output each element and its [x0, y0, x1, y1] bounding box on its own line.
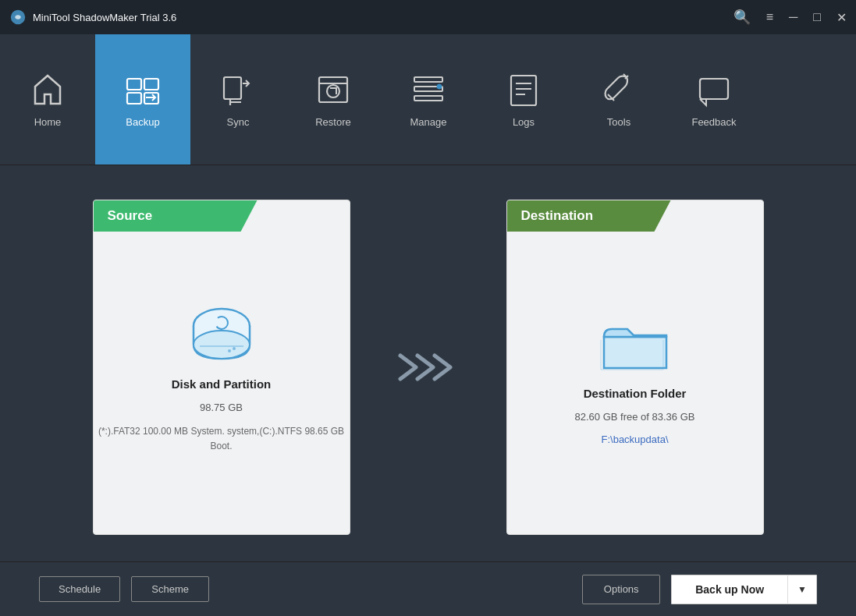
- bottom-left-buttons: Schedule Scheme: [39, 576, 209, 602]
- backup-now-dropdown[interactable]: ▼: [787, 575, 817, 604]
- svg-rect-10: [414, 96, 442, 101]
- app-logo: [9, 9, 27, 26]
- nav-logs[interactable]: Logs: [476, 34, 571, 165]
- svg-rect-12: [511, 76, 536, 105]
- nav-manage-label: Manage: [410, 116, 447, 128]
- backup-now-button[interactable]: Back up Now: [671, 575, 787, 604]
- nav-home-label: Home: [34, 116, 62, 128]
- forward-arrows-icon: [397, 348, 460, 387]
- maximize-button[interactable]: □: [813, 10, 821, 24]
- nav-tools[interactable]: Tools: [571, 34, 666, 165]
- nav-restore-label: Restore: [315, 116, 351, 128]
- nav-backup-label: Backup: [126, 116, 159, 128]
- source-title: Disk and Partition: [172, 377, 272, 391]
- title-bar-left: MiniTool ShadowMaker Trial 3.6: [9, 9, 176, 26]
- bottom-bar: Schedule Scheme Options Back up Now ▼: [0, 561, 856, 616]
- nav-tools-label: Tools: [607, 116, 630, 128]
- nav-sync-label: Sync: [227, 116, 250, 128]
- svg-rect-5: [224, 77, 241, 99]
- manage-icon: [410, 71, 447, 108]
- nav-feedback[interactable]: Feedback: [666, 34, 762, 165]
- menu-button[interactable]: ≡: [766, 10, 773, 24]
- disk-icon: [183, 304, 261, 366]
- destination-path: F:\backupdata\: [602, 434, 669, 445]
- svg-point-18: [194, 331, 250, 359]
- folder-icon: [596, 313, 674, 376]
- arrows: [397, 348, 460, 387]
- dropdown-arrow-icon: ▼: [797, 584, 807, 595]
- source-size: 98.75 GB: [200, 402, 243, 413]
- svg-rect-16: [700, 79, 728, 99]
- scheme-button[interactable]: Scheme: [131, 576, 209, 602]
- nav-restore[interactable]: Restore: [286, 34, 381, 165]
- feedback-icon: [695, 71, 733, 108]
- search-button[interactable]: 🔍: [733, 9, 751, 26]
- sync-icon: [219, 71, 257, 108]
- nav-logs-label: Logs: [513, 116, 535, 128]
- logs-icon: [505, 71, 542, 108]
- destination-header: Destination: [507, 200, 671, 232]
- svg-point-21: [233, 347, 236, 350]
- schedule-button[interactable]: Schedule: [39, 576, 120, 602]
- svg-point-7: [327, 85, 339, 97]
- nav-manage[interactable]: Manage: [381, 34, 476, 165]
- nav-sync[interactable]: Sync: [190, 34, 286, 165]
- source-header: Source: [94, 200, 258, 232]
- home-icon: [29, 71, 66, 108]
- backup-now-wrapper: Back up Now ▼: [671, 575, 817, 604]
- tools-icon: [600, 71, 638, 108]
- svg-rect-8: [414, 77, 442, 82]
- main-content: Source Disk and Partition 98.75 GB (*:).…: [0, 165, 856, 561]
- svg-rect-6: [319, 77, 347, 102]
- bottom-right-buttons: Options Back up Now ▼: [582, 575, 817, 604]
- nav-feedback-label: Feedback: [691, 116, 736, 128]
- svg-rect-2: [144, 79, 158, 90]
- title-bar: MiniTool ShadowMaker Trial 3.6 🔍 ≡ ─ □ ✕: [0, 0, 856, 34]
- destination-free-space: 82.60 GB free of 83.36 GB: [575, 411, 695, 423]
- title-bar-controls: 🔍 ≡ ─ □ ✕: [733, 9, 847, 26]
- restore-icon: [314, 71, 352, 108]
- app-title: MiniTool ShadowMaker Trial 3.6: [33, 12, 176, 23]
- nav-home[interactable]: Home: [0, 34, 95, 165]
- options-button[interactable]: Options: [582, 575, 660, 604]
- svg-rect-3: [127, 93, 141, 104]
- minimize-button[interactable]: ─: [789, 10, 797, 24]
- source-card-body: Disk and Partition 98.75 GB (*:).FAT32 1…: [94, 200, 350, 534]
- source-card[interactable]: Source Disk and Partition 98.75 GB (*:).…: [93, 200, 350, 535]
- destination-title: Destination Folder: [584, 387, 687, 400]
- close-button[interactable]: ✕: [836, 10, 847, 25]
- backup-icon: [124, 71, 162, 108]
- source-detail: (*:).FAT32 100.00 MB System. system,(C:)…: [94, 424, 350, 454]
- svg-rect-1: [127, 79, 141, 90]
- destination-card[interactable]: Destination Destination Folder 82.60 GB …: [506, 200, 764, 535]
- destination-card-body: Destination Folder 82.60 GB free of 83.3…: [507, 200, 763, 534]
- svg-point-20: [228, 349, 231, 352]
- nav-bar: Home Backup Sync Restore: [0, 34, 856, 165]
- nav-backup[interactable]: Backup: [95, 34, 190, 165]
- destination-header-label: Destination: [521, 208, 594, 224]
- source-header-label: Source: [108, 208, 153, 224]
- svg-point-11: [437, 84, 442, 89]
